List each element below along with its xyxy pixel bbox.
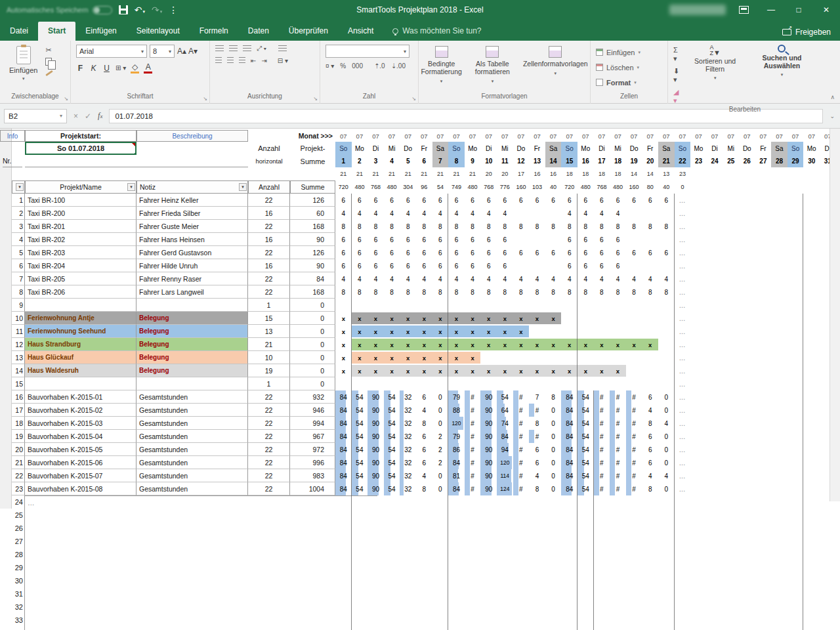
summe-cell[interactable]: 84 — [290, 272, 335, 285]
day-cell[interactable]: 6 — [416, 430, 432, 443]
day-count-cell[interactable]: 16 — [529, 167, 545, 180]
day-cell[interactable]: 6 — [480, 233, 497, 246]
day-cell[interactable]: # — [465, 482, 481, 495]
day-name-header[interactable]: Di — [480, 142, 497, 155]
day-number-header[interactable]: 23 — [690, 155, 707, 167]
anzahl-cell[interactable]: 21 — [248, 338, 290, 351]
day-cell[interactable]: 54 — [578, 443, 594, 456]
day-cell[interactable]: # — [610, 443, 626, 456]
anzahl-cell[interactable]: 22 — [248, 404, 290, 417]
day-number-header[interactable]: 25 — [723, 155, 739, 167]
row-number[interactable]: 26 — [12, 522, 25, 535]
project-name-cell[interactable]: Ferienwohnung Antje — [25, 312, 136, 325]
day-cell[interactable]: 6 — [416, 246, 432, 259]
day-cell[interactable]: 8 — [352, 285, 368, 299]
day-cell[interactable]: # — [610, 456, 626, 469]
day-cell[interactable]: 8 — [642, 482, 658, 495]
notiz-cell[interactable]: Gesamtstunden — [136, 443, 248, 456]
day-cell[interactable]: 6 — [626, 194, 642, 207]
day-cell[interactable]: 8 — [529, 220, 545, 233]
day-cell[interactable]: 4 — [513, 272, 530, 285]
day-cell[interactable]: 54 — [352, 417, 368, 430]
day-count-cell[interactable]: 20 — [480, 167, 497, 180]
row-number[interactable]: 11 — [12, 325, 25, 338]
day-sum-cell[interactable]: 480 — [610, 180, 626, 194]
day-number-header[interactable]: 11 — [497, 155, 513, 167]
decrease-indent-icon[interactable]: ⇤ — [251, 57, 256, 64]
day-cell[interactable]: 6 — [416, 390, 432, 404]
summe-cell[interactable]: 946 — [290, 404, 335, 417]
day-count-cell[interactable]: 21 — [448, 167, 465, 180]
day-number-header[interactable]: 8 — [448, 155, 465, 167]
day-cell-x[interactable]: x — [416, 325, 432, 338]
notiz-cell[interactable]: Fahrer Hilde Unruh — [136, 259, 248, 272]
day-cell-x[interactable]: x — [626, 338, 642, 351]
day-number-header[interactable]: 29 — [788, 155, 804, 167]
day-month-header[interactable]: 07 — [384, 130, 400, 142]
italic-button[interactable]: K — [89, 64, 98, 73]
day-cell[interactable]: 6 — [497, 259, 513, 272]
day-cell[interactable]: 90 — [480, 390, 497, 404]
day-cell[interactable]: 32 — [400, 404, 416, 417]
day-cell[interactable]: 6 — [384, 259, 400, 272]
day-cell[interactable]: 0 — [658, 430, 675, 443]
day-cell-x[interactable]: x — [416, 338, 432, 351]
row-number[interactable]: 27 — [12, 535, 25, 548]
day-cell[interactable]: 6 — [642, 456, 658, 469]
day-cell[interactable]: 84 — [561, 456, 578, 469]
summe-cell[interactable]: 996 — [290, 456, 335, 469]
day-cell[interactable]: 120 — [497, 456, 513, 469]
day-cell[interactable]: # — [594, 456, 610, 469]
day-cell[interactable]: 4 — [448, 207, 465, 220]
day-cell[interactable]: 0 — [545, 456, 562, 469]
day-cell[interactable]: 54 — [384, 469, 400, 482]
summe-cell[interactable]: 967 — [290, 430, 335, 443]
day-cell[interactable]: # — [626, 482, 642, 495]
project-name-cell[interactable]: Bauvorhaben K-2015-05 — [25, 443, 136, 456]
name-box[interactable]: B2▾ — [4, 109, 67, 123]
merge-center-icon[interactable]: ⊟ ▾ — [278, 57, 288, 64]
day-cell[interactable]: 6 — [497, 233, 513, 246]
summe-cell[interactable]: 0 — [290, 364, 335, 377]
day-cell[interactable]: 6 — [561, 233, 578, 246]
day-cell-x[interactable]: x — [465, 338, 481, 351]
day-number-header[interactable]: 10 — [480, 155, 497, 167]
day-cell[interactable]: # — [465, 443, 481, 456]
summe-cell[interactable]: 90 — [290, 259, 335, 272]
day-cell[interactable]: # — [610, 469, 626, 482]
day-name-header[interactable]: Sa — [432, 142, 449, 155]
day-cell[interactable]: 6 — [432, 259, 449, 272]
share-button[interactable]: Freigeben — [782, 28, 831, 37]
day-cell[interactable]: 4 — [368, 272, 384, 285]
day-cell[interactable]: # — [465, 390, 481, 404]
day-name-header[interactable]: Mo — [465, 142, 481, 155]
day-name-header[interactable]: Sa — [771, 142, 788, 155]
day-cell[interactable]: 90 — [368, 443, 384, 456]
day-cell[interactable]: 6 — [529, 194, 545, 207]
filter-dropdown-icon[interactable]: ▾ — [127, 183, 135, 191]
day-cell[interactable]: 84 — [448, 456, 465, 469]
font-size-combo[interactable]: 8▾ — [150, 45, 175, 58]
day-cell[interactable]: 8 — [594, 285, 610, 299]
day-month-header[interactable]: 07 — [513, 130, 530, 142]
day-cell-x[interactable]: x — [335, 338, 352, 351]
day-cell-x[interactable]: x — [497, 312, 513, 325]
day-name-header[interactable]: So — [335, 142, 352, 155]
day-month-header[interactable]: 07 — [335, 130, 352, 142]
day-cell-x[interactable]: x — [480, 312, 497, 325]
day-cell[interactable]: 6 — [335, 246, 352, 259]
day-cell[interactable]: 0 — [545, 404, 562, 417]
day-count-cell[interactable]: 18 — [610, 167, 626, 180]
align-right-icon[interactable] — [239, 57, 245, 64]
row-number[interactable]: 1 — [12, 194, 25, 207]
day-cell[interactable]: 54 — [352, 469, 368, 482]
anzahl-cell[interactable]: 22 — [248, 482, 290, 495]
day-cell[interactable]: 4 — [335, 207, 352, 220]
day-cell[interactable]: 4 — [432, 272, 449, 285]
day-month-header[interactable]: 07 — [658, 130, 675, 142]
day-month-header[interactable]: 07 — [626, 130, 642, 142]
day-name-header[interactable]: Do — [739, 142, 755, 155]
day-cell[interactable]: # — [610, 390, 626, 404]
day-cell[interactable]: 6 — [561, 194, 578, 207]
day-cell[interactable]: 8 — [416, 220, 432, 233]
